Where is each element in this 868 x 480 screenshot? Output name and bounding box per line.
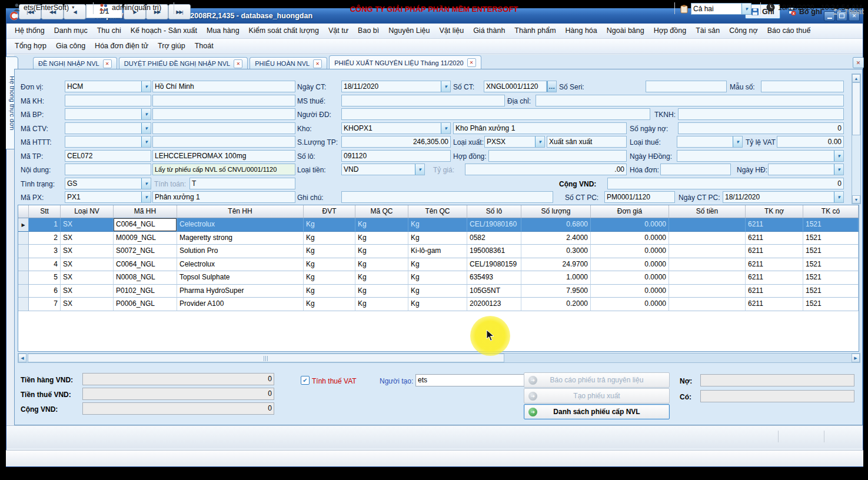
menu-item[interactable]: Thu chi — [92, 24, 126, 38]
mau-so-field[interactable] — [761, 81, 844, 92]
nguoi-tao-field[interactable]: ets — [415, 374, 524, 386]
grid-cell[interactable]: Kg — [408, 258, 467, 272]
menu-item[interactable]: Tài sản — [691, 24, 724, 38]
scroll-right-icon[interactable] — [852, 354, 860, 362]
ellipsis-icon[interactable] — [547, 81, 556, 92]
table-row[interactable]: 3SXS0072_NGLSolution ProKgKgKi-lô-gam195… — [18, 245, 859, 258]
grid-cell[interactable]: Provider A100 — [177, 298, 304, 311]
ngay-ct-picker[interactable]: 18/11/2020 — [341, 81, 451, 92]
grid-cell[interactable]: N0008_NGL — [114, 271, 177, 285]
grid-cell[interactable]: 0.0000 — [591, 245, 669, 258]
grid-cell[interactable]: P0102_NGL — [114, 285, 177, 298]
sluong-tp-field[interactable]: 246,305.00 — [341, 136, 451, 148]
table-row[interactable]: 2SXM0009_NGLMageretty strongKgKgKg05822.… — [18, 232, 859, 245]
ten-tp-field[interactable]: LEHCCELEPROMAX 100mg — [152, 150, 295, 162]
noi-dung-note-field[interactable]: Lấy từ phiếu cấp NVL số CNVL/0001/1120 — [152, 164, 295, 175]
grid-cell[interactable]: Kg — [304, 245, 355, 258]
menu-item[interactable]: Báo cáo thuế — [763, 24, 816, 38]
grid-cell[interactable]: SX — [61, 232, 114, 245]
column-header[interactable]: Số lượng — [521, 205, 591, 218]
menu-item[interactable]: Vật liệu — [434, 24, 468, 38]
grid-cell[interactable]: Kg — [355, 232, 408, 245]
grid-cell[interactable]: P0006_NGL — [114, 298, 177, 311]
dia-chi-field[interactable] — [536, 95, 844, 106]
grid-cell[interactable]: 7.9500 — [521, 285, 591, 298]
grid-cell[interactable]: Kg — [408, 218, 467, 232]
grid-cell[interactable]: Celectrolux — [177, 258, 304, 272]
grid-cell[interactable]: SX — [61, 258, 114, 272]
grid-cell[interactable]: SX — [61, 218, 114, 232]
grid-cell[interactable]: SX — [61, 271, 114, 285]
ma-tp-field[interactable]: CEL072 — [65, 150, 151, 162]
ty-gia-field[interactable]: .00 — [465, 164, 627, 175]
so-ct-field[interactable]: XNGL0001/1120 — [484, 81, 547, 92]
loai-tien-combo[interactable]: VND — [341, 164, 425, 175]
grid-cell[interactable]: Kg — [408, 271, 467, 285]
grid-cell[interactable]: Kg — [304, 218, 355, 232]
grid-cell[interactable]: Kg — [304, 232, 355, 245]
tab-4[interactable]: PHIẾU XUẤT NGUYÊN LIỆU Tháng 11/2020 — [329, 55, 481, 69]
grid-cell[interactable]: Kg — [355, 218, 408, 232]
chevron-down-icon[interactable] — [141, 81, 151, 92]
grid-cell[interactable]: 2 — [29, 232, 61, 245]
grid-cell[interactable]: 1.0000 — [521, 271, 591, 285]
table-row[interactable]: 5SXN0008_NGLTopsol SulphateKgKgKg6354931… — [18, 271, 859, 285]
chevron-down-icon[interactable] — [441, 81, 450, 92]
grid-cell[interactable]: 0.0000 — [591, 271, 669, 285]
loai-xuat-name-field[interactable]: Xuất sản xuất — [547, 136, 627, 148]
don-vi-combo[interactable]: HCM — [65, 81, 151, 92]
grid-cell[interactable]: 7 — [29, 298, 61, 311]
chevron-down-icon[interactable] — [415, 164, 424, 175]
menu-item[interactable]: Vật tư — [324, 24, 353, 38]
kho-combo[interactable]: KHOPX1 — [341, 122, 451, 134]
bao-cao-phieu-tra-button[interactable]: Báo cáo phiếu trả nguyên liệu — [524, 372, 670, 388]
grid-cell[interactable]: Kg — [304, 271, 355, 285]
chevron-down-icon[interactable] — [733, 136, 742, 147]
grid-cell[interactable]: SX — [61, 298, 114, 311]
tab-close-icon[interactable] — [467, 58, 476, 67]
hoa-don-field[interactable] — [660, 164, 731, 175]
menu-item[interactable]: Công nợ — [724, 24, 763, 38]
menu-item[interactable]: Nguyên Liệu — [384, 24, 434, 38]
grid-cell[interactable] — [669, 271, 746, 285]
grid-cell[interactable] — [669, 285, 746, 298]
tao-phieu-xuat-button[interactable]: Tạo phiếu xuất — [524, 388, 670, 404]
grid-cell[interactable]: M0009_NGL — [114, 232, 177, 245]
grid-cell[interactable]: S0072_NGL — [114, 245, 177, 258]
grid-cell[interactable]: Topsol Sulphate — [177, 271, 304, 285]
chevron-down-icon[interactable] — [141, 178, 151, 189]
grid-cell[interactable] — [669, 258, 746, 272]
ma-httt-combo[interactable] — [65, 136, 151, 148]
grid-horizontal-scrollbar[interactable] — [18, 353, 860, 363]
chevron-down-icon[interactable] — [441, 123, 450, 134]
grid-cell[interactable]: 0.3000 — [521, 245, 591, 258]
grid-cell[interactable]: 20200123 — [467, 298, 521, 311]
grid-cell[interactable]: Kg — [355, 245, 408, 258]
menu-item[interactable]: Giá thành — [468, 24, 510, 38]
scrollbar-thumb[interactable] — [28, 354, 504, 362]
grid-cell[interactable]: 0.6800 — [521, 218, 591, 232]
menu-item[interactable]: Danh mục — [49, 24, 92, 38]
table-row[interactable]: 1SXC0064_NGLCelectroluxKgKgKgCEL/1908016… — [18, 218, 859, 232]
grid-cell[interactable]: 1521 — [803, 258, 859, 272]
menu-item[interactable]: Hóa đơn điện tử — [90, 39, 153, 54]
grid-cell[interactable]: 6211 — [746, 285, 803, 298]
ma-ctv-combo[interactable] — [65, 122, 151, 134]
grid-cell[interactable]: 1521 — [803, 232, 859, 245]
loai-xuat-combo[interactable]: PXSX — [484, 136, 545, 148]
grid-cell[interactable]: Kg — [408, 285, 467, 298]
menu-item[interactable]: Thành phẩm — [510, 24, 560, 38]
nguoi-dd-field[interactable] — [341, 108, 650, 120]
menu-item[interactable]: Thoát — [190, 39, 218, 54]
tab-close-icon[interactable] — [313, 59, 322, 68]
grid-cell[interactable]: 1521 — [803, 245, 859, 258]
ma-kh-field[interactable] — [65, 95, 151, 106]
grid-cell[interactable]: C0064_NGL — [114, 218, 177, 232]
mode-selector[interactable]: Cả hai — [680, 3, 751, 15]
ngay-hdong-picker[interactable] — [677, 150, 844, 162]
grid-cell[interactable]: Solution Pro — [177, 245, 304, 258]
grid-cell[interactable]: 1521 — [803, 285, 859, 298]
column-header[interactable]: ĐVT — [304, 205, 355, 218]
column-header[interactable]: Mã QC — [355, 205, 408, 218]
chevron-down-icon[interactable] — [141, 136, 151, 147]
